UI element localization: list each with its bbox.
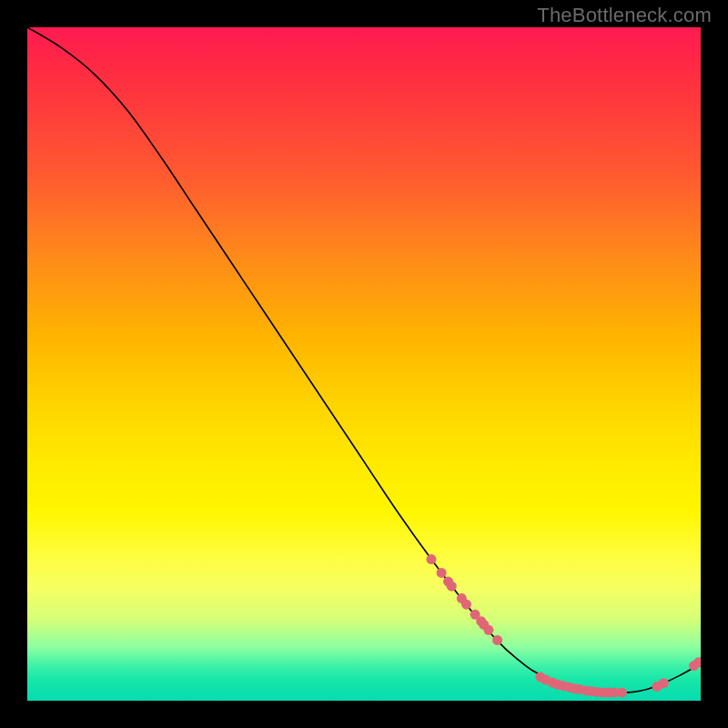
marker-group <box>427 554 702 698</box>
watermark-text: TheBottleneck.com <box>537 4 712 27</box>
marker-dot <box>461 600 471 610</box>
marker-dot <box>483 625 493 635</box>
marker-dot <box>617 688 627 698</box>
chart-svg <box>27 27 701 701</box>
marker-dot <box>427 554 437 564</box>
marker-dot <box>437 568 447 578</box>
bottleneck-curve <box>27 27 701 693</box>
chart-frame: TheBottleneck.com <box>0 0 728 728</box>
plot-area <box>27 27 701 701</box>
marker-dot <box>659 678 669 688</box>
marker-dot <box>492 635 502 645</box>
marker-dot <box>447 581 457 592</box>
